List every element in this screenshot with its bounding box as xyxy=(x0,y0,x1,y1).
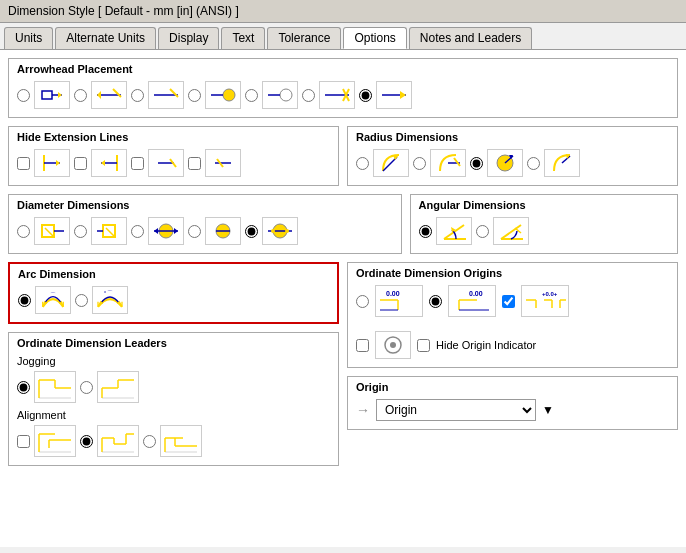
hide-ext-check-2[interactable] xyxy=(74,157,87,170)
jogging-label: Jogging xyxy=(17,355,330,367)
hide-origin-check-2[interactable] xyxy=(417,339,430,352)
svg-line-57 xyxy=(515,228,521,233)
hide-origin-label: Hide Origin Indicator xyxy=(436,339,536,351)
bottom-layout: Arc Dimension ⌒ xyxy=(8,262,678,474)
tab-options[interactable]: Options xyxy=(343,27,406,49)
radius-icon-4 xyxy=(544,149,580,177)
diameter-dimensions-section: Diameter Dimensions xyxy=(8,194,402,254)
arrowhead-placement-row xyxy=(17,81,669,109)
radius-radio-3[interactable] xyxy=(470,157,483,170)
radius-radio-1[interactable] xyxy=(356,157,369,170)
tab-text[interactable]: Text xyxy=(221,27,265,49)
right-panel: Ordinate Dimension Origins 0.00 xyxy=(347,262,678,474)
tab-display[interactable]: Display xyxy=(158,27,219,49)
arrow-radio-2[interactable] xyxy=(74,89,87,102)
origin-arrow-icon: → xyxy=(356,402,370,418)
ordinate-leaders-title: Ordinate Dimension Leaders xyxy=(17,337,330,349)
svg-marker-44 xyxy=(154,228,158,234)
diameter-row xyxy=(17,217,393,245)
diam-radio-2[interactable] xyxy=(74,225,87,238)
arrow-radio-1[interactable] xyxy=(17,89,30,102)
tab-notes-leaders[interactable]: Notes and Leaders xyxy=(409,27,532,49)
angular-dimensions-title: Angular Dimensions xyxy=(419,199,669,211)
diameter-angular-row: Diameter Dimensions xyxy=(8,194,678,262)
arrow-radio-6[interactable] xyxy=(302,89,315,102)
tab-units[interactable]: Units xyxy=(4,27,53,49)
arrow-radio-3[interactable] xyxy=(131,89,144,102)
svg-point-51 xyxy=(285,229,289,233)
tab-alternate-units[interactable]: Alternate Units xyxy=(55,27,156,49)
hide-origin-check[interactable] xyxy=(356,339,369,352)
align-icon-2 xyxy=(97,425,139,457)
tab-bar: Units Alternate Units Display Text Toler… xyxy=(0,23,686,50)
origin-select[interactable]: Origin xyxy=(376,399,536,421)
diam-radio-3[interactable] xyxy=(131,225,144,238)
arc-radio-2[interactable] xyxy=(75,294,88,307)
angular-radio-2[interactable] xyxy=(476,225,489,238)
content-area: Arrowhead Placement xyxy=(0,50,686,547)
hide-ext-check-1[interactable] xyxy=(17,157,30,170)
svg-line-7 xyxy=(170,89,178,97)
diam-icon-4 xyxy=(205,217,241,245)
origins-row-2: Hide Origin Indicator xyxy=(356,331,669,359)
arrowhead-placement-title: Arrowhead Placement xyxy=(17,63,669,75)
diam-radio-5[interactable] xyxy=(245,225,258,238)
diam-icon-5 xyxy=(262,217,298,245)
svg-text:0.00: 0.00 xyxy=(386,290,400,297)
arrow-radio-5[interactable] xyxy=(245,89,258,102)
jog-radio-2[interactable] xyxy=(80,381,93,394)
arrow-icon-5 xyxy=(262,81,298,109)
orig-radio-1[interactable] xyxy=(356,295,369,308)
origin-dropdown-arrow: ▼ xyxy=(542,403,554,417)
diam-icon-1 xyxy=(34,217,70,245)
svg-point-50 xyxy=(271,229,275,233)
origin-section: Origin → Origin ▼ xyxy=(347,376,678,430)
svg-text:0.00: 0.00 xyxy=(469,290,483,297)
jog-radio-1[interactable] xyxy=(17,381,30,394)
orig-icon-3: +0.0+ xyxy=(521,285,569,317)
diam-icon-3 xyxy=(148,217,184,245)
diameter-dimensions-title: Diameter Dimensions xyxy=(17,199,393,211)
title-bar: Dimension Style [ Default - mm [in] (ANS… xyxy=(0,0,686,23)
hide-ext-check-3[interactable] xyxy=(131,157,144,170)
orig-icon-1: 0.00 xyxy=(375,285,423,317)
orig-check-1[interactable] xyxy=(502,295,515,308)
svg-line-34 xyxy=(562,156,570,163)
origins-row-1: 0.00 0.00 xyxy=(356,285,669,317)
radius-icon-1 xyxy=(373,149,409,177)
arrowhead-placement-section: Arrowhead Placement xyxy=(8,58,678,118)
svg-marker-45 xyxy=(174,228,178,234)
radius-icon-2 xyxy=(430,149,466,177)
tab-tolerance[interactable]: Tolerance xyxy=(267,27,341,49)
ordinate-leaders-section: Ordinate Dimension Leaders Jogging xyxy=(8,332,339,466)
radius-radio-4[interactable] xyxy=(527,157,540,170)
diam-radio-4[interactable] xyxy=(188,225,201,238)
svg-marker-16 xyxy=(400,91,406,99)
orig-icon-2: 0.00 xyxy=(448,285,496,317)
diam-radio-1[interactable] xyxy=(17,225,30,238)
angular-icon-1 xyxy=(436,217,472,245)
arrow-radio-4[interactable] xyxy=(188,89,201,102)
arrow-icon-2 xyxy=(91,81,127,109)
origin-icon-bullseye xyxy=(375,331,411,359)
hide-extension-row xyxy=(17,149,330,177)
hide-ext-check-4[interactable] xyxy=(188,157,201,170)
svg-text:+0.0+: +0.0+ xyxy=(542,291,558,297)
arc-radio-1[interactable] xyxy=(18,294,31,307)
svg-point-10 xyxy=(280,89,292,101)
radius-icon-3 xyxy=(487,149,523,177)
arrow-radio-7[interactable] xyxy=(359,89,372,102)
align-radio-2[interactable] xyxy=(143,435,156,448)
svg-line-5 xyxy=(113,89,121,97)
orig-radio-2[interactable] xyxy=(429,295,442,308)
svg-point-8 xyxy=(223,89,235,101)
ordinate-origins-title: Ordinate Dimension Origins xyxy=(356,267,669,279)
hide-ext-icon-1 xyxy=(34,149,70,177)
svg-text:⌒: ⌒ xyxy=(50,292,56,298)
align-radio-1[interactable] xyxy=(80,435,93,448)
angular-radio-1[interactable] xyxy=(419,225,432,238)
align-check-1[interactable] xyxy=(17,435,30,448)
ordinate-origins-section: Ordinate Dimension Origins 0.00 xyxy=(347,262,678,368)
align-icon-3 xyxy=(160,425,202,457)
radius-radio-2[interactable] xyxy=(413,157,426,170)
